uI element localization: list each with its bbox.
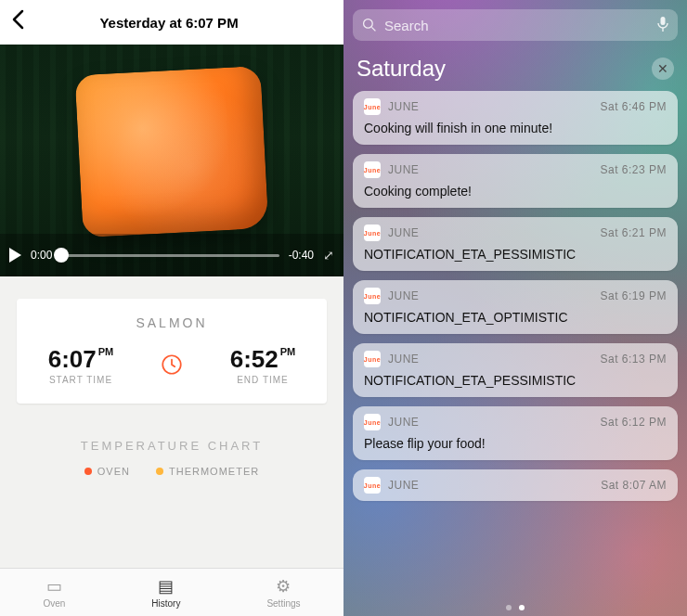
page-dot <box>506 605 512 610</box>
notification-header: JuneJUNESat 6:23 PM <box>364 161 667 178</box>
app-icon: June <box>364 288 381 304</box>
play-button[interactable] <box>9 248 21 263</box>
nav-bar: Yesterday at 6:07 PM <box>0 0 344 45</box>
app-name: JUNE <box>388 100 419 113</box>
notification-message: NOTIFICATION_ETA_PESSIMISTIC <box>364 247 667 262</box>
notification-card[interactable]: JuneJUNESat 8:07 AM <box>353 469 678 501</box>
notification-time: Sat 6:13 PM <box>600 353 667 366</box>
svg-rect-3 <box>661 17 666 25</box>
food-illustration <box>75 66 269 237</box>
temperature-chart-title: TEMPERATURE CHART <box>0 439 344 453</box>
notification-time: Sat 6:46 PM <box>600 100 667 113</box>
page-dot-active <box>519 605 525 610</box>
app-icon: June <box>364 477 381 494</box>
cook-summary-card: SALMON 6:07PM START TIME 6:52PM END TIME <box>17 299 327 404</box>
notification-time: Sat 8:07 AM <box>601 479 667 492</box>
notification-header: JuneJUNESat 6:46 PM <box>364 98 667 115</box>
app-name: JUNE <box>388 416 419 429</box>
start-time-suffix: PM <box>98 346 114 357</box>
app-name: JUNE <box>388 353 419 366</box>
search-bar[interactable]: Search <box>353 9 678 41</box>
june-app-pane: Yesterday at 6:07 PM 0:00 -0:40 ⤢ SALMON… <box>0 0 344 616</box>
day-label: Saturday <box>356 56 446 82</box>
notification-card[interactable]: JuneJUNESat 6:13 PMNOTIFICATION_ETA_PESS… <box>353 343 678 397</box>
svg-point-1 <box>364 19 373 29</box>
notification-card[interactable]: JuneJUNESat 6:12 PMPlease flip your food… <box>353 406 678 460</box>
notification-list[interactable]: JuneJUNESat 6:46 PMCooking will finish i… <box>344 91 687 599</box>
notification-header: JuneJUNESat 6:21 PM <box>364 225 667 241</box>
video-controls: 0:00 -0:40 ⤢ <box>0 234 344 276</box>
search-placeholder: Search <box>384 18 650 33</box>
end-time-suffix: PM <box>280 346 296 357</box>
svg-line-2 <box>371 27 375 31</box>
end-time-label: END TIME <box>212 375 314 385</box>
app-icon: June <box>364 161 381 178</box>
notification-time: Sat 6:21 PM <box>600 226 667 239</box>
end-time-block: 6:52PM END TIME <box>212 347 314 385</box>
notification-message: NOTIFICATION_ETA_PESSIMISTIC <box>364 373 667 388</box>
expand-icon[interactable]: ⤢ <box>323 248 334 263</box>
video-scrubber[interactable] <box>61 254 279 257</box>
notification-time: Sat 6:23 PM <box>600 163 667 176</box>
notification-header: JuneJUNESat 6:19 PM <box>364 288 667 304</box>
app-icon: June <box>364 225 381 241</box>
start-time-value: 6:07 <box>48 345 97 373</box>
thermometer-dot-icon <box>156 468 163 475</box>
notification-header: JuneJUNESat 6:13 PM <box>364 351 667 367</box>
start-time-block: 6:07PM START TIME <box>30 347 132 385</box>
temperature-legend: OVEN THERMOMETER <box>0 466 344 477</box>
tab-bar: ▭ Oven ▤ History ⚙ Settings <box>0 568 344 616</box>
tab-settings[interactable]: ⚙ Settings <box>266 576 300 609</box>
scrubber-thumb[interactable] <box>54 248 69 263</box>
notification-card[interactable]: JuneJUNESat 6:19 PMNOTIFICATION_ETA_OPTI… <box>353 280 678 334</box>
oven-icon: ▭ <box>43 576 65 597</box>
history-icon: ▤ <box>151 576 180 597</box>
playhead-current: 0:00 <box>31 249 52 262</box>
app-name: JUNE <box>388 226 419 239</box>
ios-notification-center: Search Saturday ✕ JuneJUNESat 6:46 PMCoo… <box>344 0 687 616</box>
app-name: JUNE <box>388 289 419 302</box>
notification-card[interactable]: JuneJUNESat 6:21 PMNOTIFICATION_ETA_PESS… <box>353 217 678 271</box>
app-name: JUNE <box>388 163 419 176</box>
notification-time: Sat 6:19 PM <box>600 289 667 302</box>
food-name: SALMON <box>30 315 314 330</box>
start-time-label: START TIME <box>30 375 132 385</box>
legend-thermometer: THERMOMETER <box>156 466 259 477</box>
app-name: JUNE <box>388 479 419 492</box>
notification-message: Cooking will finish in one minute! <box>364 121 667 135</box>
cook-times: 6:07PM START TIME 6:52PM END TIME <box>30 347 314 385</box>
legend-oven: OVEN <box>84 466 130 477</box>
notification-card[interactable]: JuneJUNESat 6:46 PMCooking will finish i… <box>353 91 678 145</box>
tab-history[interactable]: ▤ History <box>151 576 180 609</box>
notification-message: Please flip your food! <box>364 436 667 451</box>
microphone-icon[interactable] <box>657 16 668 35</box>
app-icon: June <box>364 98 381 115</box>
notification-time: Sat 6:12 PM <box>600 416 667 429</box>
notification-message: NOTIFICATION_ETA_OPTIMISTIC <box>364 310 667 325</box>
clear-day-button[interactable]: ✕ <box>652 58 674 80</box>
notification-header: JuneJUNESat 6:12 PM <box>364 414 667 430</box>
oven-video[interactable]: 0:00 -0:40 ⤢ <box>0 45 344 276</box>
notification-message: Cooking complete! <box>364 184 667 199</box>
app-icon: June <box>364 414 381 430</box>
page-indicator[interactable] <box>344 599 687 616</box>
day-header: Saturday ✕ <box>356 56 674 82</box>
tab-oven[interactable]: ▭ Oven <box>43 576 65 609</box>
oven-dot-icon <box>84 468 92 475</box>
notification-header: JuneJUNESat 8:07 AM <box>364 477 667 494</box>
notification-card[interactable]: JuneJUNESat 6:23 PMCooking complete! <box>353 154 678 208</box>
end-time-value: 6:52 <box>230 345 279 373</box>
clock-icon <box>160 353 184 380</box>
search-icon <box>362 18 377 32</box>
gear-icon: ⚙ <box>266 576 300 597</box>
nav-title: Yesterday at 6:07 PM <box>6 15 332 31</box>
playhead-remaining: -0:40 <box>289 249 314 262</box>
app-icon: June <box>364 351 381 367</box>
